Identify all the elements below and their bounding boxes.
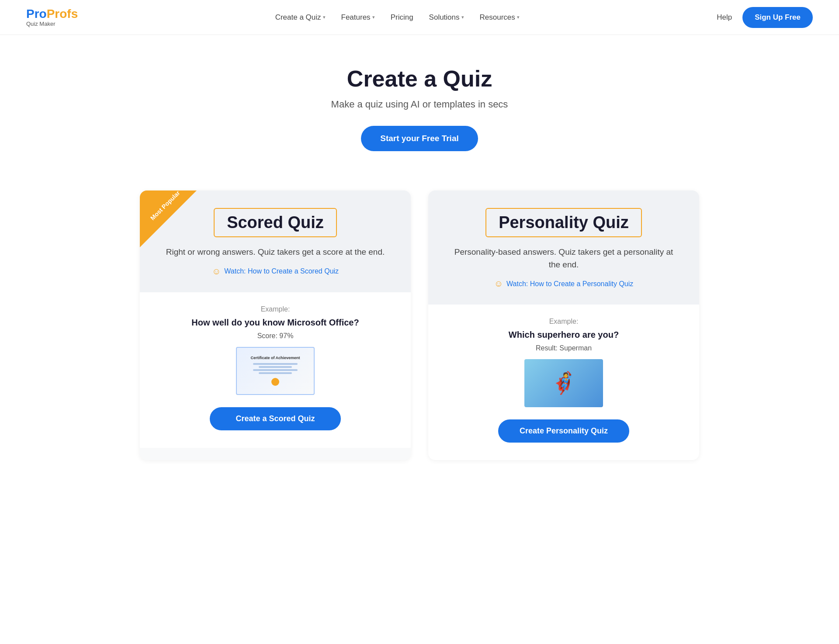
- nav-link-help[interactable]: Help: [717, 13, 732, 22]
- logo-profs: Profs: [47, 7, 78, 21]
- personality-example-label: Example:: [450, 318, 677, 325]
- nav-right: Help Sign Up Free: [717, 7, 813, 28]
- scored-example-result: Score: 97%: [162, 332, 389, 340]
- cert-line: [259, 372, 292, 374]
- cards-section: Most Popular Scored Quiz Right or wrong …: [114, 173, 725, 495]
- navbar: ProProfs Quiz Maker Create a Quiz ▾ Feat…: [0, 0, 839, 35]
- personality-quiz-title-box: Personality Quiz: [485, 208, 642, 237]
- nav-item-pricing[interactable]: Pricing: [391, 13, 413, 22]
- chevron-down-icon: ▾: [517, 14, 520, 20]
- nav-item-solutions[interactable]: Solutions ▾: [429, 13, 464, 22]
- personality-quiz-description: Personality-based answers. Quiz takers g…: [450, 246, 677, 271]
- scored-quiz-description: Right or wrong answers. Quiz takers get …: [162, 246, 389, 259]
- chevron-down-icon: ▾: [372, 14, 375, 20]
- create-scored-quiz-button[interactable]: Create a Scored Quiz: [210, 407, 341, 430]
- nav-link-features[interactable]: Features ▾: [341, 13, 375, 22]
- cert-line: [253, 363, 298, 365]
- nav-item-resources[interactable]: Resources ▾: [480, 13, 520, 22]
- scored-example-question: How well do you know Microsoft Office?: [162, 318, 389, 328]
- play-icon: ☺: [494, 279, 503, 289]
- cert-title-text: Certificate of Achievement: [250, 356, 300, 360]
- most-popular-label: Most Popular: [144, 190, 187, 227]
- superman-visual: 🦸: [524, 359, 603, 407]
- scored-quiz-watch-link[interactable]: ☺ Watch: How to Create a Scored Quiz: [212, 267, 339, 277]
- nav-link-create-quiz[interactable]: Create a Quiz ▾: [275, 13, 326, 22]
- scored-example-image: Certificate of Achievement: [236, 347, 315, 395]
- play-icon: ☺: [212, 267, 221, 277]
- chevron-down-icon: ▾: [461, 14, 464, 20]
- scored-quiz-watch-label: Watch: How to Create a Scored Quiz: [224, 267, 339, 275]
- scored-card-bottom: Example: How well do you know Microsoft …: [140, 292, 411, 448]
- free-trial-button[interactable]: Start your Free Trial: [361, 126, 478, 151]
- scored-quiz-title-box: Scored Quiz: [214, 208, 337, 237]
- scored-card-top: Most Popular Scored Quiz Right or wrong …: [140, 190, 411, 292]
- scored-quiz-card: Most Popular Scored Quiz Right or wrong …: [140, 190, 411, 460]
- cert-seal: [271, 378, 279, 386]
- logo[interactable]: ProProfs Quiz Maker: [26, 8, 78, 27]
- create-personality-quiz-button[interactable]: Create Personality Quiz: [498, 419, 629, 443]
- scored-example-label: Example:: [162, 305, 389, 313]
- nav-item-create-quiz[interactable]: Create a Quiz ▾: [275, 13, 326, 22]
- nav-link-pricing[interactable]: Pricing: [391, 13, 413, 22]
- nav-links: Create a Quiz ▾ Features ▾ Pricing Solut…: [275, 13, 520, 22]
- personality-card-top-content: Personality Quiz Personality-based answe…: [450, 208, 677, 289]
- personality-example-result: Result: Superman: [450, 344, 677, 352]
- chevron-down-icon: ▾: [323, 14, 326, 20]
- certificate-visual: Certificate of Achievement: [236, 347, 315, 395]
- most-popular-badge: Most Popular: [140, 190, 197, 247]
- hero-subtitle: Make a quiz using AI or templates in sec…: [9, 99, 830, 110]
- personality-card-bottom: Example: Which superhero are you? Result…: [428, 305, 699, 460]
- personality-quiz-title: Personality Quiz: [499, 213, 629, 232]
- personality-example-image: 🦸: [524, 359, 603, 407]
- signup-button[interactable]: Sign Up Free: [742, 7, 813, 28]
- personality-quiz-watch-link[interactable]: ☺ Watch: How to Create a Personality Qui…: [494, 279, 634, 289]
- personality-quiz-card: Personality Quiz Personality-based answe…: [428, 190, 699, 460]
- hero-section: Create a Quiz Make a quiz using AI or te…: [0, 35, 839, 173]
- personality-quiz-watch-label: Watch: How to Create a Personality Quiz: [506, 280, 633, 288]
- nav-link-solutions[interactable]: Solutions ▾: [429, 13, 464, 22]
- hero-title: Create a Quiz: [9, 66, 830, 92]
- nav-item-features[interactable]: Features ▾: [341, 13, 375, 22]
- cert-line: [253, 369, 298, 371]
- logo-pro: Pro: [26, 7, 47, 21]
- cert-line: [259, 366, 292, 368]
- personality-example-question: Which superhero are you?: [450, 330, 677, 340]
- personality-card-top: Personality Quiz Personality-based answe…: [428, 190, 699, 305]
- scored-quiz-title: Scored Quiz: [227, 213, 324, 232]
- nav-link-resources[interactable]: Resources ▾: [480, 13, 520, 22]
- cert-lines: [247, 362, 303, 375]
- logo-subtitle: Quiz Maker: [26, 21, 78, 27]
